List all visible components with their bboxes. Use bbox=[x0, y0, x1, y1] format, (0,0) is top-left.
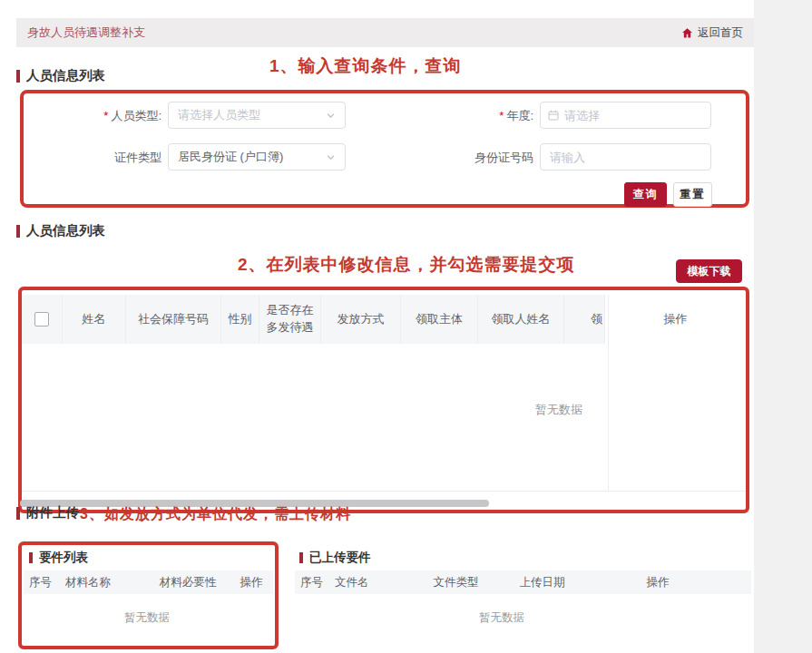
header-checkbox-cell bbox=[22, 295, 63, 344]
annotation-step3: 3、如发放方式为单位代发，需上传材料 bbox=[80, 505, 351, 524]
section-bar-icon bbox=[16, 70, 20, 83]
chevron-down-icon bbox=[326, 152, 336, 162]
col-multi-benefit: 是否存在多发待遇 bbox=[259, 295, 321, 344]
col-upload-date: 上传日期 bbox=[499, 575, 585, 590]
col-operation: 操作 bbox=[604, 295, 746, 344]
query-button[interactable]: 查询 bbox=[624, 182, 667, 207]
required-mark: * bbox=[499, 109, 504, 122]
col-name: 姓名 bbox=[63, 295, 126, 344]
uploaded-files-header: 序号 文件名 文件类型 上传日期 操作 bbox=[295, 570, 751, 594]
year-input[interactable] bbox=[559, 109, 710, 122]
col-seq: 序号 bbox=[295, 575, 329, 590]
required-mark: * bbox=[103, 109, 108, 122]
select-all-checkbox[interactable] bbox=[34, 312, 49, 326]
col-material-name: 材料名称 bbox=[60, 575, 146, 590]
section-bar-icon bbox=[16, 225, 20, 238]
required-files-title: 要件列表 bbox=[29, 550, 88, 566]
required-files-header: 序号 材料名称 材料必要性 操作 bbox=[24, 570, 273, 594]
home-icon bbox=[681, 27, 693, 39]
reset-button[interactable]: 重置 bbox=[673, 182, 712, 207]
col-file-type: 文件类型 bbox=[413, 575, 499, 590]
right-gutter bbox=[754, 0, 812, 653]
section-bar-icon bbox=[29, 552, 33, 563]
col-operation: 操作 bbox=[230, 575, 273, 590]
col-gender: 性别 bbox=[221, 295, 259, 344]
chevron-down-icon bbox=[326, 111, 336, 121]
person-type-label: *人员类型: bbox=[54, 108, 161, 124]
col-material-necessity: 材料必要性 bbox=[146, 575, 230, 590]
fixed-column-divider bbox=[608, 295, 609, 492]
back-home-label: 返回首页 bbox=[698, 25, 743, 41]
uploaded-files-title: 已上传要件 bbox=[299, 550, 371, 566]
table-empty-text: 暂无数据 bbox=[535, 402, 582, 418]
annotation-step2: 2、在列表中修改信息，并勾选需要提交项 bbox=[238, 253, 575, 277]
id-number-field bbox=[540, 143, 711, 171]
person-table-body bbox=[22, 344, 746, 492]
template-download-button[interactable]: 模板下载 bbox=[676, 259, 742, 283]
back-home-link[interactable]: 返回首页 bbox=[681, 25, 743, 41]
id-number-input[interactable] bbox=[541, 151, 710, 164]
annotation-step1: 1、输入查询条件，查询 bbox=[269, 54, 462, 78]
section-bar-icon bbox=[299, 552, 303, 563]
uploaded-files-empty-text: 暂无数据 bbox=[479, 610, 524, 626]
section-bar-icon bbox=[16, 507, 20, 520]
col-truncated: 领 bbox=[564, 295, 604, 344]
id-number-label: 身份证号码 bbox=[426, 150, 533, 166]
calendar-icon bbox=[548, 110, 559, 121]
top-bar: 身故人员待遇调整补支 返回首页 bbox=[16, 18, 754, 47]
section-title-list: 人员信息列表 bbox=[16, 222, 105, 239]
cert-type-label: 证件类型 bbox=[54, 150, 161, 166]
section-title-query: 人员信息列表 bbox=[16, 67, 105, 84]
col-social-security-no: 社会保障号码 bbox=[126, 295, 221, 344]
col-seq: 序号 bbox=[24, 575, 60, 590]
page: 身故人员待遇调整补支 返回首页 人员信息列表 1、输入查询条件，查询 *人员类型… bbox=[0, 0, 812, 653]
col-payment-method: 发放方式 bbox=[321, 295, 401, 344]
section-title-attachments: 附件上传 bbox=[16, 504, 79, 521]
col-receiver-subject: 领取主体 bbox=[401, 295, 478, 344]
col-operation: 操作 bbox=[585, 575, 730, 590]
col-file-name: 文件名 bbox=[329, 575, 413, 590]
person-type-select[interactable]: 请选择人员类型 bbox=[168, 102, 346, 129]
person-table: 姓名 社会保障号码 性别 是否存在多发待遇 发放方式 领取主体 领取人姓名 领 … bbox=[22, 295, 746, 492]
required-files-empty-text: 暂无数据 bbox=[124, 610, 170, 626]
col-receiver-name: 领取人姓名 bbox=[478, 295, 564, 344]
year-picker[interactable] bbox=[540, 102, 711, 129]
page-title: 身故人员待遇调整补支 bbox=[27, 24, 145, 41]
year-label: *年度: bbox=[426, 108, 533, 124]
person-table-header: 姓名 社会保障号码 性别 是否存在多发待遇 发放方式 领取主体 领取人姓名 领 … bbox=[22, 295, 746, 344]
cert-type-select[interactable]: 居民身份证 (户口簿) bbox=[168, 143, 346, 171]
